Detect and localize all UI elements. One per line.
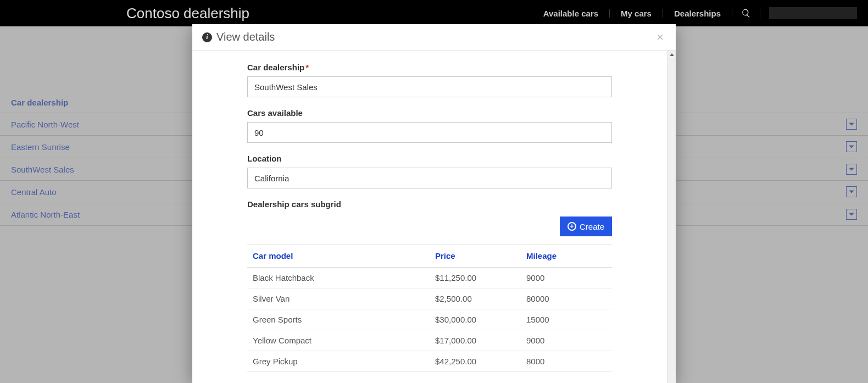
subgrid-label: Dealership cars subgrid <box>247 199 612 209</box>
cell-price: $42,250.00 <box>430 351 521 372</box>
modal-scrollbar[interactable] <box>667 51 676 383</box>
info-icon: i <box>202 32 212 42</box>
nav-search[interactable] <box>732 8 760 18</box>
field-cars-available-input[interactable] <box>247 122 612 143</box>
col-price[interactable]: Price <box>430 245 521 268</box>
create-button-label: Create <box>580 222 604 231</box>
cell-car-model: Black Hatchback <box>247 268 430 288</box>
cell-mileage: 80000 <box>521 288 612 309</box>
close-button[interactable]: × <box>654 31 666 43</box>
field-location-label: Location <box>247 154 612 163</box>
brand-title: Contoso dealership <box>126 5 249 22</box>
field-cars-available-label: Cars available <box>247 108 612 118</box>
cell-car-model: Grey Pickup <box>247 351 430 372</box>
table-row[interactable]: Black Hatchback$11,250.009000 <box>247 268 612 288</box>
cell-price: $2,500.00 <box>430 288 521 309</box>
modal-body: Car dealership* Cars available Location … <box>192 51 667 383</box>
cell-price: $17,000.00 <box>430 330 521 351</box>
cell-price: $30,000.00 <box>430 309 521 330</box>
top-navigation: Contoso dealership Available cars My car… <box>0 0 868 26</box>
nav-dealerships[interactable]: Dealerships <box>663 9 732 18</box>
field-location-input[interactable] <box>247 168 612 188</box>
cell-car-model: Silver Van <box>247 288 430 309</box>
scroll-up-icon[interactable] <box>667 51 676 59</box>
nav-my-cars[interactable]: My cars <box>610 9 663 18</box>
search-icon <box>741 8 751 18</box>
field-dealership: Car dealership* <box>247 63 612 97</box>
field-dealership-input[interactable] <box>247 76 612 97</box>
user-menu[interactable] <box>769 7 857 19</box>
top-nav-links: Available cars My cars Dealerships <box>532 7 857 19</box>
table-row[interactable]: Yellow Compact$17,000.009000 <box>247 330 612 351</box>
cell-mileage: 15000 <box>521 309 612 330</box>
modal-header: i View details × <box>192 24 676 51</box>
cell-car-model: Green Sports <box>247 309 430 330</box>
col-mileage[interactable]: Mileage <box>521 245 612 268</box>
table-row[interactable]: Silver Van$2,500.0080000 <box>247 288 612 309</box>
create-button[interactable]: + Create <box>560 217 612 236</box>
field-location: Location <box>247 154 612 188</box>
modal-title: View details <box>216 31 275 43</box>
cell-car-model: Yellow Compact <box>247 330 430 351</box>
cell-mileage: 9000 <box>521 330 612 351</box>
plus-icon: + <box>567 222 576 231</box>
col-car-model[interactable]: Car model <box>247 245 430 268</box>
field-dealership-label: Car dealership* <box>247 63 612 72</box>
nav-available-cars[interactable]: Available cars <box>532 9 610 18</box>
cars-subgrid: Car model Price Mileage Black Hatchback$… <box>247 244 612 372</box>
details-modal: i View details × Car dealership* Cars av… <box>192 24 676 383</box>
table-row[interactable]: Grey Pickup$42,250.008000 <box>247 351 612 372</box>
cell-price: $11,250.00 <box>430 268 521 288</box>
table-row[interactable]: Green Sports$30,000.0015000 <box>247 309 612 330</box>
cell-mileage: 9000 <box>521 268 612 288</box>
field-cars-available: Cars available <box>247 108 612 143</box>
cell-mileage: 8000 <box>521 351 612 372</box>
